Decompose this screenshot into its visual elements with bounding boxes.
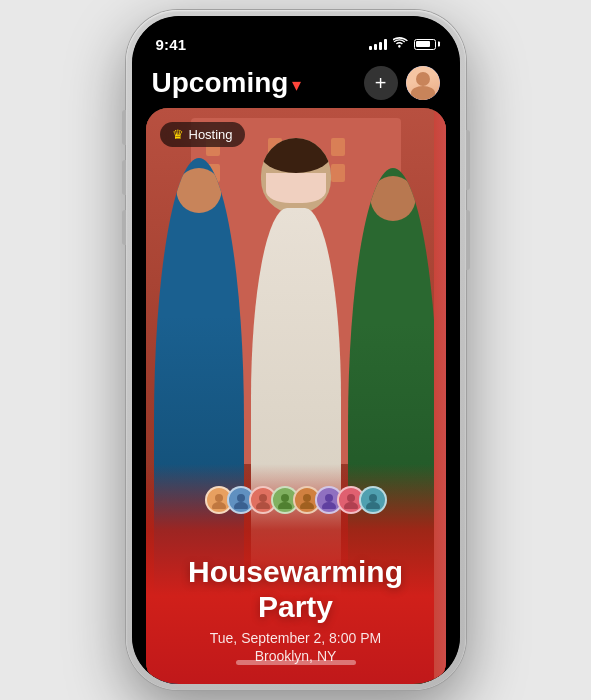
signal-icon xyxy=(369,38,387,50)
nav-bar: Upcoming ▾ + xyxy=(132,60,460,108)
status-time: 9:41 xyxy=(156,36,187,53)
card-container: ♛ Hosting xyxy=(132,108,460,684)
attendee-avatar xyxy=(359,486,387,514)
svg-point-13 xyxy=(344,502,358,509)
event-date: Tue, September 2, 8:00 PM xyxy=(162,630,430,646)
svg-point-14 xyxy=(369,494,377,502)
svg-point-9 xyxy=(300,502,314,509)
svg-point-2 xyxy=(237,494,245,502)
nav-actions: + xyxy=(364,66,440,100)
home-bar xyxy=(236,660,356,665)
event-title-line1: Housewarming xyxy=(188,555,403,588)
person-center-head xyxy=(261,138,331,213)
svg-point-8 xyxy=(303,494,311,502)
event-title-line2: Party xyxy=(258,590,333,623)
profile-avatar-button[interactable] xyxy=(406,66,440,100)
screen: 9:41 xyxy=(132,16,460,684)
svg-point-12 xyxy=(347,494,355,502)
wifi-icon xyxy=(393,37,408,52)
attendees-wrapper xyxy=(205,486,387,514)
dynamic-island xyxy=(241,26,351,54)
status-icons xyxy=(369,37,436,52)
svg-point-5 xyxy=(256,502,270,509)
svg-point-6 xyxy=(281,494,289,502)
battery-icon xyxy=(414,39,436,50)
svg-point-1 xyxy=(212,502,226,509)
phone-inner: 9:41 xyxy=(132,16,460,684)
svg-point-7 xyxy=(278,502,292,509)
home-indicator[interactable] xyxy=(132,648,460,676)
phone-frame: 9:41 xyxy=(126,10,466,690)
nav-title-wrapper[interactable]: Upcoming ▾ xyxy=(152,67,302,99)
attendees-row xyxy=(146,486,446,514)
crown-icon: ♛ xyxy=(172,127,184,142)
svg-point-10 xyxy=(325,494,333,502)
svg-point-0 xyxy=(215,494,223,502)
svg-point-4 xyxy=(259,494,267,502)
svg-point-3 xyxy=(234,502,248,509)
add-button[interactable]: + xyxy=(364,66,398,100)
svg-point-11 xyxy=(322,502,336,509)
event-title: Housewarming Party xyxy=(162,555,430,624)
hosting-badge: ♛ Hosting xyxy=(160,122,245,147)
avatar xyxy=(406,66,440,100)
hosting-label: Hosting xyxy=(189,127,233,142)
nav-title: Upcoming xyxy=(152,67,289,99)
event-card[interactable]: ♛ Hosting xyxy=(146,108,446,684)
svg-point-15 xyxy=(366,502,380,509)
chevron-down-icon: ▾ xyxy=(292,74,301,96)
